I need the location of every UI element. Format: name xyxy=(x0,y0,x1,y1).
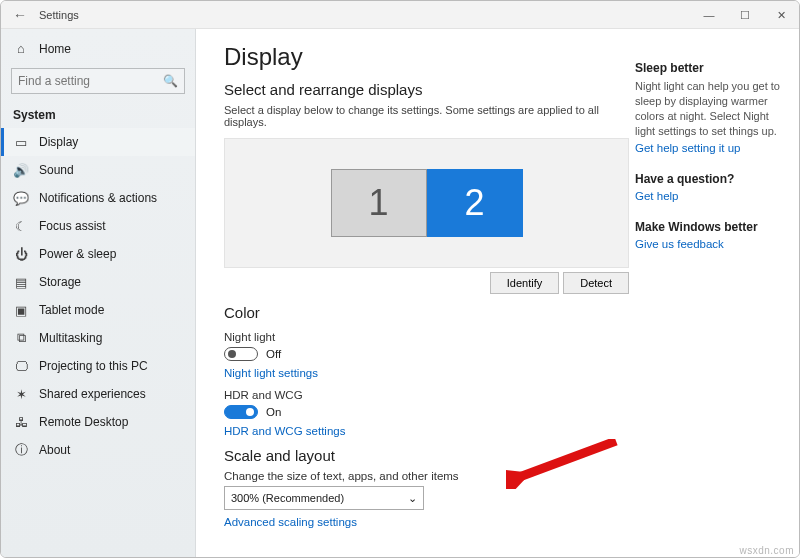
search-icon: 🔍 xyxy=(163,74,178,88)
sidebar-item-storage[interactable]: ▤ Storage xyxy=(1,268,195,296)
hdr-state: On xyxy=(266,406,281,418)
sidebar-item-label: Projecting to this PC xyxy=(39,359,148,373)
scale-label: Change the size of text, apps, and other… xyxy=(224,470,609,482)
night-light-toggle[interactable] xyxy=(224,347,258,361)
hdr-settings-link[interactable]: HDR and WCG settings xyxy=(224,425,609,437)
display-icon: ▭ xyxy=(13,135,29,150)
tip-sleep-body: Night light can help you get to sleep by… xyxy=(635,79,785,138)
sidebar-item-label: Display xyxy=(39,135,78,149)
about-icon: ⓘ xyxy=(13,441,29,459)
shared-icon: ✶ xyxy=(13,387,29,402)
advanced-scaling-link[interactable]: Advanced scaling settings xyxy=(224,516,609,528)
sidebar-item-label: Notifications & actions xyxy=(39,191,157,205)
tip-sleep-title: Sleep better xyxy=(635,61,785,75)
sidebar-item-notifications[interactable]: 💬 Notifications & actions xyxy=(1,184,195,212)
tips-panel: Sleep better Night light can help you ge… xyxy=(629,29,799,557)
tablet-icon: ▣ xyxy=(13,303,29,318)
remote-icon: 🖧 xyxy=(13,415,29,430)
sidebar-home[interactable]: ⌂ Home xyxy=(1,35,195,62)
search-placeholder: Find a setting xyxy=(18,74,90,88)
sidebar-item-remote-desktop[interactable]: 🖧 Remote Desktop xyxy=(1,408,195,436)
sidebar: ⌂ Home Find a setting 🔍 System ▭ Display… xyxy=(1,29,196,557)
scale-heading: Scale and layout xyxy=(224,447,609,464)
back-button[interactable]: ← xyxy=(1,7,39,23)
minimize-button[interactable]: — xyxy=(691,1,727,29)
sound-icon: 🔊 xyxy=(13,163,29,178)
sidebar-item-label: About xyxy=(39,443,70,457)
tip-sleep-link[interactable]: Get help setting it up xyxy=(635,142,785,154)
maximize-button[interactable]: ☐ xyxy=(727,1,763,29)
focus-assist-icon: ☾ xyxy=(13,219,29,234)
sidebar-item-label: Storage xyxy=(39,275,81,289)
sidebar-item-display[interactable]: ▭ Display xyxy=(1,128,195,156)
sidebar-item-about[interactable]: ⓘ About xyxy=(1,436,195,464)
multitasking-icon: ⧉ xyxy=(13,330,29,346)
sidebar-heading: System xyxy=(1,104,195,128)
power-icon: ⏻ xyxy=(13,247,29,262)
hdr-toggle[interactable] xyxy=(224,405,258,419)
sidebar-item-label: Sound xyxy=(39,163,74,177)
sidebar-item-power-sleep[interactable]: ⏻ Power & sleep xyxy=(1,240,195,268)
sidebar-item-multitasking[interactable]: ⧉ Multitasking xyxy=(1,324,195,352)
arrange-heading: Select and rearrange displays xyxy=(224,81,609,98)
monitor-2[interactable]: 2 xyxy=(427,169,523,237)
sidebar-item-sound[interactable]: 🔊 Sound xyxy=(1,156,195,184)
sidebar-item-focus-assist[interactable]: ☾ Focus assist xyxy=(1,212,195,240)
storage-icon: ▤ xyxy=(13,275,29,290)
watermark: wsxdn.com xyxy=(739,545,794,556)
scale-select[interactable]: 300% (Recommended) ⌄ xyxy=(224,486,424,510)
sidebar-item-tablet-mode[interactable]: ▣ Tablet mode xyxy=(1,296,195,324)
window-title: Settings xyxy=(39,9,79,21)
detect-button[interactable]: Detect xyxy=(563,272,629,294)
notifications-icon: 💬 xyxy=(13,191,29,206)
feedback-link[interactable]: Give us feedback xyxy=(635,238,785,250)
display-arrangement[interactable]: 1 2 xyxy=(224,138,629,268)
sidebar-item-label: Tablet mode xyxy=(39,303,104,317)
night-light-state: Off xyxy=(266,348,281,360)
scale-value: 300% (Recommended) xyxy=(231,492,344,504)
projecting-icon: 🖵 xyxy=(13,359,29,374)
tip-feedback-title: Make Windows better xyxy=(635,220,785,234)
sidebar-item-label: Multitasking xyxy=(39,331,102,345)
sidebar-item-label: Power & sleep xyxy=(39,247,116,261)
page-title: Display xyxy=(224,43,609,71)
color-heading: Color xyxy=(224,304,609,321)
sidebar-item-projecting[interactable]: 🖵 Projecting to this PC xyxy=(1,352,195,380)
search-input[interactable]: Find a setting 🔍 xyxy=(11,68,185,94)
sidebar-home-label: Home xyxy=(39,42,71,56)
close-button[interactable]: ✕ xyxy=(763,1,799,29)
get-help-link[interactable]: Get help xyxy=(635,190,785,202)
home-icon: ⌂ xyxy=(13,41,29,56)
hdr-label: HDR and WCG xyxy=(224,389,609,401)
tip-question-title: Have a question? xyxy=(635,172,785,186)
sidebar-item-label: Focus assist xyxy=(39,219,106,233)
night-light-label: Night light xyxy=(224,331,609,343)
monitor-1[interactable]: 1 xyxy=(331,169,427,237)
identify-button[interactable]: Identify xyxy=(490,272,559,294)
sidebar-item-label: Remote Desktop xyxy=(39,415,128,429)
arrange-desc: Select a display below to change its set… xyxy=(224,104,609,128)
sidebar-item-shared-experiences[interactable]: ✶ Shared experiences xyxy=(1,380,195,408)
sidebar-item-label: Shared experiences xyxy=(39,387,146,401)
chevron-down-icon: ⌄ xyxy=(408,492,417,505)
night-light-settings-link[interactable]: Night light settings xyxy=(224,367,609,379)
